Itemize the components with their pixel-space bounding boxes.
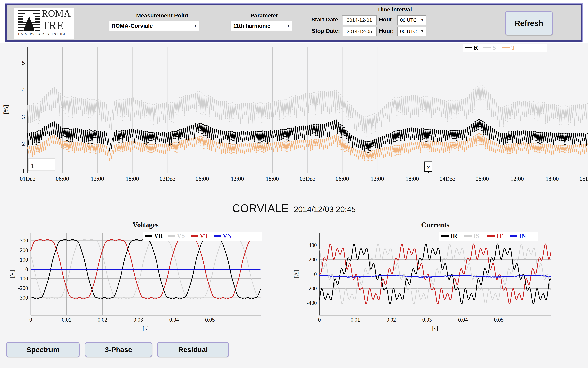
main-ytick-3: 3: [22, 114, 25, 120]
voltages-ytick: 200: [20, 247, 28, 253]
selection-site-title: CORVIALE: [232, 202, 289, 215]
main-xtick: 18:00: [545, 175, 559, 182]
measurement-point-select[interactable]: ROMA-Corviale: [109, 23, 199, 29]
residual-button[interactable]: Residual: [157, 342, 229, 357]
voltages-xtick: 0: [29, 317, 32, 323]
main-xtick: 12:00: [231, 175, 244, 182]
voltages-plot-area[interactable]: [31, 233, 260, 315]
voltages-xtick: 0.01: [62, 317, 71, 323]
main-ylabel: [%]: [2, 105, 9, 114]
start-date-input[interactable]: [342, 16, 376, 25]
currents-plot-area[interactable]: [320, 233, 551, 315]
currents-xlabel: [s]: [432, 325, 438, 332]
stop-hour-select-box: 00 UTC ▼: [398, 27, 426, 36]
currents-ytick: 400: [309, 242, 317, 248]
currents-ylabel: [A]: [293, 270, 300, 278]
measurement-point-select-box: ROMA-Corviale ▼: [109, 21, 199, 31]
voltages-xtick: 0.05: [205, 317, 215, 323]
main-plot-area[interactable]: [27, 47, 587, 173]
start-date-label: Start Date:: [304, 16, 340, 23]
main-xtick: 06:00: [196, 175, 209, 182]
start-date-field-box: [342, 15, 377, 25]
voltages-ytick: 300: [20, 238, 28, 244]
main-xtick: 18:00: [266, 175, 279, 182]
start-hour-label: Hour:: [379, 16, 397, 23]
header-bar: ROMA TRE UNIVERSITÀ DEGLI STUDI Measurem…: [6, 4, 582, 42]
main-xtick: 18:00: [406, 175, 419, 182]
currents-ytick: 0: [314, 271, 317, 277]
main-ytick-5: 5: [22, 59, 25, 66]
main-xtick: 18:00: [126, 175, 139, 182]
voltages-xlabel: [s]: [143, 325, 149, 332]
voltages-title: Voltages: [133, 221, 159, 229]
currents-xtick: 0.01: [350, 317, 360, 323]
main-xtick: 01Dec: [20, 175, 35, 182]
currents-xtick: 0.04: [458, 317, 468, 323]
selection-title-row: CORVIALE 2014/12/03 20:45: [0, 202, 588, 217]
parameter-select-box: 11th harmonic ▼: [231, 21, 292, 31]
voltages-xtick: 0.03: [134, 317, 143, 323]
start-hour-select[interactable]: 00 UTC: [398, 18, 426, 23]
voltages-ytick: -200: [18, 285, 28, 291]
main-xtick: 06:00: [56, 175, 69, 182]
measurement-point-label: Measurement Point:: [105, 12, 221, 19]
selection-timestamp: 2014/12/03 20:45: [294, 205, 356, 214]
main-xtick: 06:00: [336, 175, 349, 182]
main-xtick: 12:00: [91, 175, 104, 182]
main-xtick: 06:00: [476, 175, 489, 182]
spectrum-button[interactable]: Spectrum: [6, 342, 80, 357]
stop-hour-select[interactable]: 00 UTC: [398, 29, 426, 34]
main-ytick-4: 4: [22, 86, 25, 93]
currents-ytick: -400: [307, 300, 317, 306]
main-xtick: 05Dec: [579, 175, 588, 182]
time-interval-label: Time interval:: [356, 6, 435, 13]
currents-ytick: -200: [307, 285, 317, 291]
refresh-button[interactable]: Refresh: [505, 11, 553, 35]
voltages-ylabel: [V]: [9, 270, 15, 278]
voltages-xtick: 0.04: [169, 317, 179, 323]
main-xtick: 12:00: [371, 175, 384, 182]
stop-date-input[interactable]: [342, 27, 376, 36]
start-hour-select-box: 00 UTC ▼: [398, 15, 426, 25]
logo-line1: ROMA: [42, 9, 71, 18]
main-xtick: 12:00: [511, 175, 524, 182]
currents-xtick: 0.05: [494, 317, 504, 323]
main-xtick: 02Dec: [160, 175, 175, 182]
voltages-ytick: -300: [18, 295, 28, 301]
main-xtick: 03Dec: [300, 175, 315, 182]
stop-date-label: Stop Date:: [304, 28, 340, 34]
romatre-logo: ROMA TRE UNIVERSITÀ DEGLI STUDI: [14, 8, 73, 39]
app-root: 1234501Dec06:0012:0018:0002Dec06:0012:00…: [0, 0, 588, 368]
charts-canvas: 1234501Dec06:0012:0018:0002Dec06:0012:00…: [0, 0, 588, 368]
parameter-select[interactable]: 11th harmonic: [231, 23, 292, 29]
voltages-xtick: 0.02: [98, 317, 107, 323]
voltages-ytick: -100: [18, 276, 28, 282]
currents-xtick: 0.03: [422, 317, 432, 323]
parameter-label: Parameter:: [221, 12, 309, 19]
voltages-ytick: 100: [20, 257, 28, 263]
main-xtick: 04Dec: [440, 175, 455, 182]
currents-xtick: 0.02: [386, 317, 396, 323]
main-ytick-2: 2: [22, 141, 25, 147]
three-phase-button[interactable]: 3-Phase: [85, 342, 152, 357]
stop-hour-label: Hour:: [379, 28, 397, 34]
currents-ytick: 200: [309, 257, 317, 263]
logo-subtitle: UNIVERSITÀ DEGLI STUDI: [18, 32, 71, 36]
currents-title: Currents: [421, 221, 449, 229]
logo-line2: TRE: [42, 20, 63, 31]
voltages-ytick: 0: [25, 266, 28, 272]
stop-date-field-box: [342, 27, 377, 36]
currents-xtick: 0: [318, 317, 321, 323]
main-ytick-1: 1: [22, 168, 25, 174]
